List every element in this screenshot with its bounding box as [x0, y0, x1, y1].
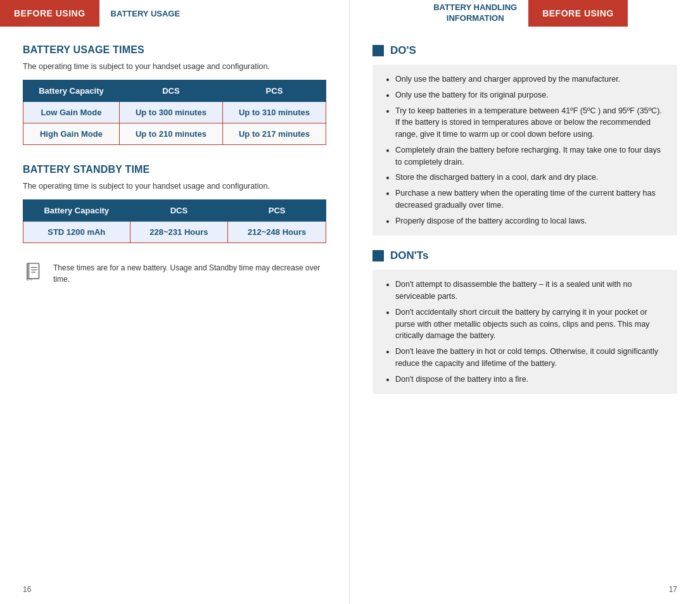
- tab-battery-usage[interactable]: BATTERY USAGE: [99, 0, 192, 27]
- row1-dcs: Up to 300 minutes: [119, 102, 222, 123]
- row1-capacity: Low Gain Mode: [23, 102, 120, 123]
- list-item: Try to keep batteries in a temperature b…: [395, 105, 666, 141]
- tab-battery-handling[interactable]: BATTERY HANDLING INFORMATION: [422, 0, 528, 27]
- svg-rect-1: [27, 263, 30, 279]
- section1-desc: The operating time is subject to your ha…: [23, 62, 326, 71]
- dos-list: Only use the battery and charger approve…: [384, 73, 666, 227]
- std-pcs: 212~248 Hours: [228, 222, 326, 243]
- donts-section: DON'Ts Don't attempt to disassemble the …: [372, 249, 677, 394]
- list-item: Store the discharged battery in a cool, …: [395, 172, 666, 184]
- battery-usage-table: Battery Capacity DCS PCS Low Gain Mode U…: [23, 80, 326, 145]
- row2-pcs: Up to 217 minutes: [222, 123, 326, 145]
- list-item: Don't leave the battery in hot or cold t…: [395, 346, 666, 370]
- battery-standby-section: BATTERY STANDBY TIME The operating time …: [23, 164, 326, 243]
- table1-header-capacity: Battery Capacity: [23, 80, 120, 102]
- dos-header: DO'S: [372, 44, 677, 57]
- right-header-tabs: BATTERY HANDLING INFORMATION BEFORE USIN…: [350, 0, 700, 27]
- table2-header-capacity: Battery Capacity: [23, 200, 130, 222]
- list-item: Don't accidentally short circuit the bat…: [395, 306, 666, 342]
- donts-square-icon: [372, 250, 384, 261]
- section1-title: BATTERY USAGE TIMES: [23, 44, 326, 56]
- note-box: NOTE These times are for a new battery. …: [23, 262, 326, 285]
- donts-list: Don't attempt to disassemble the battery…: [384, 279, 666, 385]
- dos-title: DO'S: [390, 44, 416, 57]
- table-row: Low Gain Mode Up to 300 minutes Up to 31…: [23, 102, 326, 123]
- row2-capacity: High Gain Mode: [23, 123, 120, 145]
- list-item: Don't attempt to disassemble the battery…: [395, 279, 666, 303]
- list-item: Properly dispose of the battery accordin…: [395, 215, 666, 227]
- battery-standby-table: Battery Capacity DCS PCS STD 1200 mAh 22…: [23, 199, 326, 243]
- donts-title: DON'Ts: [390, 249, 428, 262]
- dos-section: DO'S Only use the battery and charger ap…: [372, 44, 677, 236]
- list-item: Only use the battery for its original pu…: [395, 89, 666, 101]
- section2-title: BATTERY STANDBY TIME: [23, 164, 326, 175]
- table2-header-dcs: DCS: [130, 200, 228, 222]
- tab-before-using-left[interactable]: BEFORE USING: [0, 0, 99, 27]
- donts-info-box: Don't attempt to disassemble the battery…: [372, 270, 677, 394]
- list-item: Don't dispose of the battery into a fire…: [395, 374, 666, 386]
- table2-header-pcs: PCS: [228, 200, 326, 222]
- section2-desc: The operating time is subject to your ha…: [23, 182, 326, 191]
- dos-info-box: Only use the battery and charger approve…: [372, 65, 677, 236]
- std-capacity: STD 1200 mAh: [23, 222, 130, 243]
- note-text: These times are for a new battery. Usage…: [53, 262, 326, 285]
- list-item: Purchase a new battery when the operatin…: [395, 187, 666, 211]
- std-dcs: 228~231 Hours: [130, 222, 228, 243]
- page-number-left: 16: [23, 585, 31, 594]
- svg-text:NOTE: NOTE: [26, 279, 33, 281]
- list-item: Only use the battery and charger approve…: [395, 73, 666, 85]
- table1-header-dcs: DCS: [119, 80, 222, 102]
- table-row: High Gain Mode Up to 210 minutes Up to 2…: [23, 123, 326, 145]
- battery-usage-times-section: BATTERY USAGE TIMES The operating time i…: [23, 44, 326, 145]
- table-row: STD 1200 mAh 228~231 Hours 212~248 Hours: [23, 222, 326, 243]
- tab-before-using-right[interactable]: BEFORE USING: [528, 0, 628, 27]
- table1-header-pcs: PCS: [222, 80, 326, 102]
- note-icon: NOTE: [23, 262, 46, 281]
- page-number-right: 17: [669, 585, 677, 594]
- row2-dcs: Up to 210 minutes: [119, 123, 222, 145]
- list-item: Completely drain the battery before rech…: [395, 144, 666, 168]
- left-header-tabs: BEFORE USING BATTERY USAGE: [0, 0, 349, 27]
- row1-pcs: Up to 310 minutes: [222, 102, 326, 123]
- dos-square-icon: [372, 45, 384, 56]
- donts-header: DON'Ts: [372, 249, 677, 262]
